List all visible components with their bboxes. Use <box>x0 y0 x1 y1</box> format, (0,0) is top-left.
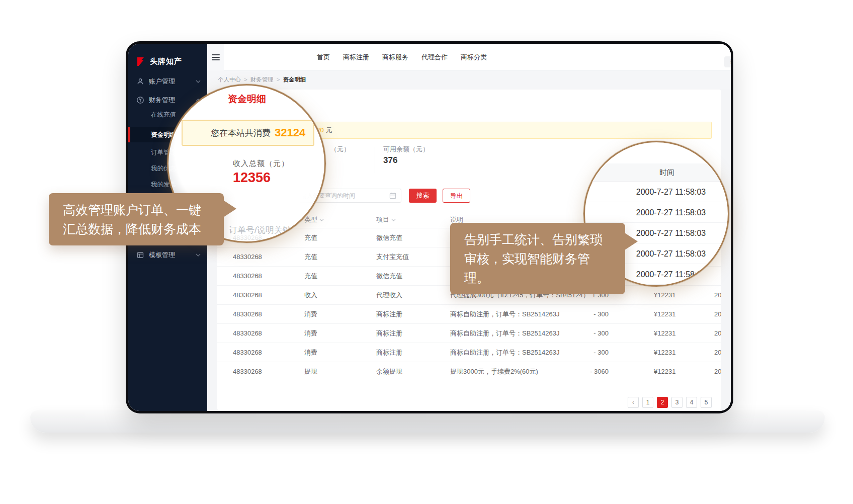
nav-tab[interactable]: 商标注册 <box>343 53 369 62</box>
cell-order-no: 48330268 <box>233 343 262 362</box>
cell-project: 商标注册 <box>376 343 402 362</box>
cell-type: 收入 <box>304 286 317 305</box>
sidebar-item-account[interactable]: 账户管理 <box>128 74 207 89</box>
cell-type: 提现 <box>304 362 317 381</box>
top-navbar: 首页 商标注册 商标服务 代理合作 商标分类 <box>207 44 731 70</box>
cell-description: 商标自助注册，订单号：SB2514263J <box>450 343 559 362</box>
cell-order-no: 48330268 <box>233 324 262 343</box>
logo-title: 头牌知产 <box>150 57 182 66</box>
nav-tabs: 首页 商标注册 商标服务 代理合作 商标分类 <box>317 44 487 70</box>
cell-time: 2000-7-27 11:58:03 <box>714 305 721 324</box>
callout-left-text: 高效管理账户订单、一键汇总数据，降低财务成本 <box>63 203 201 236</box>
cell-amount: - 300 <box>563 324 609 343</box>
cell-time: 2000-7-27 11:58:03 <box>714 286 721 305</box>
table-row[interactable]: 48330268 消费 商标注册 商标自助注册，订单号：SB2514263J -… <box>217 305 721 324</box>
callout-left: 高效管理账户订单、一键汇总数据，降低财务成本 <box>49 193 224 245</box>
callout-right-text: 告别手工统计、告别繁琐审核，实现智能财务管理。 <box>464 232 603 285</box>
cell-order-no: 48330268 <box>233 362 262 381</box>
breadcrumb: 个人中心>财务管理>资金明细 <box>207 70 731 89</box>
page-button-5[interactable]: 5 <box>701 397 712 408</box>
cell-amount: - 3060 <box>563 362 609 381</box>
cell-time: 2000-7-27 11:58:03 <box>714 324 721 343</box>
available-balance-value: 376 <box>383 155 397 165</box>
cell-project: 商标注册 <box>376 324 402 343</box>
nav-tab[interactable]: 商标分类 <box>461 53 487 62</box>
cell-project: 微信充值 <box>376 267 402 286</box>
cell-project: 支付宝充值 <box>376 247 409 267</box>
column-header-type[interactable]: 类型 <box>304 215 324 224</box>
cell-project: 余额提现 <box>376 362 402 381</box>
cell-type: 充值 <box>304 247 317 267</box>
cell-amount: - 300 <box>563 305 609 324</box>
search-button[interactable]: 搜索 <box>409 189 437 203</box>
cell-order-no: 48330268 <box>233 267 262 286</box>
hamburger-icon <box>212 54 220 55</box>
column-header-project[interactable]: 项目 <box>376 215 396 224</box>
nav-tab[interactable]: 商标服务 <box>382 53 408 62</box>
cell-type: 消费 <box>304 343 317 362</box>
lens-time-column-header: 时间 <box>585 163 729 182</box>
cell-description: 商标自助注册，订单号：SB2514263J <box>450 324 559 343</box>
chevron-down-icon <box>196 80 201 83</box>
callout-arrow-right-icon <box>625 233 638 250</box>
cell-time: 2000-7-27 11:58:03 <box>714 362 721 381</box>
sidebar-item-label: 财务管理 <box>149 96 175 105</box>
cell-description: 商标自助注册，订单号：SB2514263J <box>450 305 559 324</box>
cell-balance: ¥12231 <box>654 305 675 324</box>
breadcrumb-item[interactable]: 财务管理 <box>250 76 274 82</box>
cell-order-no: 48330268 <box>233 286 262 305</box>
callout-arrow-right-icon <box>223 200 236 217</box>
hambur[interactable] <box>207 44 224 70</box>
search-input[interactable] <box>724 56 731 67</box>
calendar-icon <box>389 192 396 199</box>
lens-time-cell: 2000-7-27 11:58:03 <box>585 202 729 223</box>
cell-type: 充值 <box>304 228 317 247</box>
logo: 头牌知产 <box>135 53 182 70</box>
sidebar-item-template[interactable]: 模板管理 <box>128 247 207 263</box>
lens-banner-zoom: 您在本站共消费32124 <box>182 120 314 146</box>
sort-caret-icon <box>391 219 396 221</box>
finance-icon <box>136 96 144 104</box>
user-icon <box>136 77 144 86</box>
nav-tab[interactable]: 代理合作 <box>421 53 448 62</box>
cell-project: 商标注册 <box>376 305 402 324</box>
export-button[interactable]: 导出 <box>443 189 470 203</box>
breadcrumb-separator: > <box>277 76 280 82</box>
callout-right: 告别手工统计、告别繁琐审核，实现智能财务管理。 <box>450 223 625 294</box>
lens-time-cell: 2000-7-27 11:58:03 <box>585 182 729 202</box>
stats-divider <box>375 147 375 173</box>
laptop-mockup: 头牌知产 账户管理 <box>0 0 853 504</box>
cell-description: 提现3000元，手续费2%(60元) <box>450 362 538 381</box>
breadcrumb-separator: > <box>244 76 247 82</box>
cell-project: 代理收入 <box>376 286 402 305</box>
cell-balance: ¥12231 <box>654 286 675 305</box>
cell-time: 2000-7-27 11:58:03 <box>714 343 721 362</box>
cell-amount: - 300 <box>563 343 609 362</box>
cell-type: 消费 <box>304 324 317 343</box>
table-row[interactable]: 48330268 消费 商标注册 商标自助注册，订单号：SB2514263J -… <box>217 343 721 362</box>
active-indicator-bar <box>128 127 130 142</box>
breadcrumb-current: 资金明细 <box>283 76 306 82</box>
lens-tab-label: 资金明细 <box>228 93 266 106</box>
sort-caret-icon <box>319 219 324 221</box>
template-icon <box>136 251 144 259</box>
sidebar-item-label: 模板管理 <box>149 250 175 260</box>
lens-income-value: 12356 <box>233 170 271 186</box>
prev-page-button[interactable]: ‹ <box>628 397 639 408</box>
lens-keyword-hint: 订单号/说明关键 <box>229 224 291 236</box>
lens-income-label: 收入总额（元） <box>233 159 289 169</box>
table-row[interactable]: 48330268 消费 商标注册 商标自助注册，订单号：SB2514263J -… <box>217 324 721 343</box>
page-button-1[interactable]: 1 <box>642 397 653 408</box>
lens-consumed-amount: 32124 <box>275 126 305 139</box>
laptop-base <box>30 410 825 433</box>
sidebar-item-label: 账户管理 <box>149 77 175 86</box>
page-button-2-active[interactable]: 2 <box>657 397 668 408</box>
page-button-3[interactable]: 3 <box>671 397 683 408</box>
cell-order-no: 48330268 <box>233 305 262 324</box>
table-row[interactable]: 48330268 提现 余额提现 提现3000元，手续费2%(60元) - 30… <box>217 362 721 381</box>
nav-tab[interactable]: 首页 <box>317 53 330 62</box>
page-button-4[interactable]: 4 <box>686 397 697 408</box>
breadcrumb-item[interactable]: 个人中心 <box>218 76 241 82</box>
expense-stat-unit: （元） <box>330 145 350 154</box>
cell-balance: ¥12231 <box>654 362 675 381</box>
